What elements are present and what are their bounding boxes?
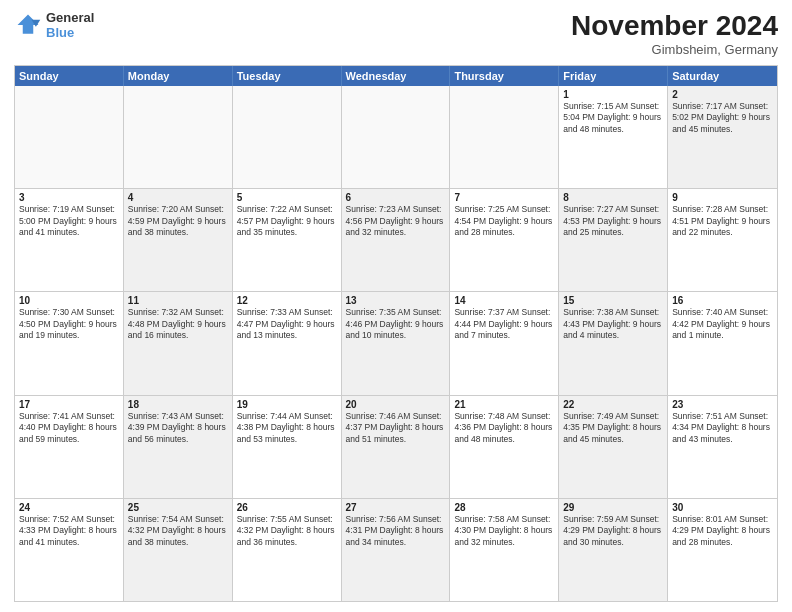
day-cell-9: 9Sunrise: 7:28 AM Sunset: 4:51 PM Daylig… bbox=[668, 189, 777, 291]
day-cell-16: 16Sunrise: 7:40 AM Sunset: 4:42 PM Dayli… bbox=[668, 292, 777, 394]
day-number: 20 bbox=[346, 399, 446, 410]
day-cell-17: 17Sunrise: 7:41 AM Sunset: 4:40 PM Dayli… bbox=[15, 396, 124, 498]
header-wednesday: Wednesday bbox=[342, 66, 451, 86]
day-number: 4 bbox=[128, 192, 228, 203]
empty-cell-r0c2 bbox=[233, 86, 342, 188]
logo-icon bbox=[14, 11, 42, 39]
logo-text: General Blue bbox=[46, 10, 94, 40]
calendar-row-5: 24Sunrise: 7:52 AM Sunset: 4:33 PM Dayli… bbox=[15, 498, 777, 601]
header-friday: Friday bbox=[559, 66, 668, 86]
day-info: Sunrise: 7:33 AM Sunset: 4:47 PM Dayligh… bbox=[237, 307, 337, 341]
day-info: Sunrise: 7:58 AM Sunset: 4:30 PM Dayligh… bbox=[454, 514, 554, 548]
day-cell-26: 26Sunrise: 7:55 AM Sunset: 4:32 PM Dayli… bbox=[233, 499, 342, 601]
calendar-body: 1Sunrise: 7:15 AM Sunset: 5:04 PM Daylig… bbox=[15, 86, 777, 601]
day-info: Sunrise: 7:30 AM Sunset: 4:50 PM Dayligh… bbox=[19, 307, 119, 341]
day-number: 7 bbox=[454, 192, 554, 203]
day-cell-8: 8Sunrise: 7:27 AM Sunset: 4:53 PM Daylig… bbox=[559, 189, 668, 291]
day-cell-12: 12Sunrise: 7:33 AM Sunset: 4:47 PM Dayli… bbox=[233, 292, 342, 394]
day-number: 17 bbox=[19, 399, 119, 410]
day-cell-18: 18Sunrise: 7:43 AM Sunset: 4:39 PM Dayli… bbox=[124, 396, 233, 498]
day-cell-19: 19Sunrise: 7:44 AM Sunset: 4:38 PM Dayli… bbox=[233, 396, 342, 498]
day-info: Sunrise: 7:32 AM Sunset: 4:48 PM Dayligh… bbox=[128, 307, 228, 341]
calendar-row-1: 1Sunrise: 7:15 AM Sunset: 5:04 PM Daylig… bbox=[15, 86, 777, 188]
day-number: 26 bbox=[237, 502, 337, 513]
day-info: Sunrise: 7:15 AM Sunset: 5:04 PM Dayligh… bbox=[563, 101, 663, 135]
day-number: 2 bbox=[672, 89, 773, 100]
day-number: 27 bbox=[346, 502, 446, 513]
calendar-row-4: 17Sunrise: 7:41 AM Sunset: 4:40 PM Dayli… bbox=[15, 395, 777, 498]
calendar-row-2: 3Sunrise: 7:19 AM Sunset: 5:00 PM Daylig… bbox=[15, 188, 777, 291]
day-info: Sunrise: 7:48 AM Sunset: 4:36 PM Dayligh… bbox=[454, 411, 554, 445]
day-number: 28 bbox=[454, 502, 554, 513]
day-cell-23: 23Sunrise: 7:51 AM Sunset: 4:34 PM Dayli… bbox=[668, 396, 777, 498]
empty-cell-r0c4 bbox=[450, 86, 559, 188]
header-monday: Monday bbox=[124, 66, 233, 86]
day-number: 5 bbox=[237, 192, 337, 203]
day-number: 6 bbox=[346, 192, 446, 203]
day-cell-13: 13Sunrise: 7:35 AM Sunset: 4:46 PM Dayli… bbox=[342, 292, 451, 394]
day-number: 15 bbox=[563, 295, 663, 306]
header-tuesday: Tuesday bbox=[233, 66, 342, 86]
logo: General Blue bbox=[14, 10, 94, 40]
empty-cell-r0c0 bbox=[15, 86, 124, 188]
day-info: Sunrise: 7:17 AM Sunset: 5:02 PM Dayligh… bbox=[672, 101, 773, 135]
day-info: Sunrise: 7:49 AM Sunset: 4:35 PM Dayligh… bbox=[563, 411, 663, 445]
day-cell-28: 28Sunrise: 7:58 AM Sunset: 4:30 PM Dayli… bbox=[450, 499, 559, 601]
day-number: 23 bbox=[672, 399, 773, 410]
day-number: 12 bbox=[237, 295, 337, 306]
day-info: Sunrise: 7:19 AM Sunset: 5:00 PM Dayligh… bbox=[19, 204, 119, 238]
day-info: Sunrise: 7:35 AM Sunset: 4:46 PM Dayligh… bbox=[346, 307, 446, 341]
day-cell-27: 27Sunrise: 7:56 AM Sunset: 4:31 PM Dayli… bbox=[342, 499, 451, 601]
title-block: November 2024 Gimbsheim, Germany bbox=[571, 10, 778, 57]
day-number: 30 bbox=[672, 502, 773, 513]
day-info: Sunrise: 7:51 AM Sunset: 4:34 PM Dayligh… bbox=[672, 411, 773, 445]
header-saturday: Saturday bbox=[668, 66, 777, 86]
day-info: Sunrise: 7:52 AM Sunset: 4:33 PM Dayligh… bbox=[19, 514, 119, 548]
header-sunday: Sunday bbox=[15, 66, 124, 86]
day-info: Sunrise: 7:55 AM Sunset: 4:32 PM Dayligh… bbox=[237, 514, 337, 548]
day-info: Sunrise: 7:27 AM Sunset: 4:53 PM Dayligh… bbox=[563, 204, 663, 238]
day-cell-5: 5Sunrise: 7:22 AM Sunset: 4:57 PM Daylig… bbox=[233, 189, 342, 291]
day-info: Sunrise: 7:43 AM Sunset: 4:39 PM Dayligh… bbox=[128, 411, 228, 445]
day-cell-11: 11Sunrise: 7:32 AM Sunset: 4:48 PM Dayli… bbox=[124, 292, 233, 394]
day-info: Sunrise: 7:56 AM Sunset: 4:31 PM Dayligh… bbox=[346, 514, 446, 548]
page: General Blue November 2024 Gimbsheim, Ge… bbox=[0, 0, 792, 612]
day-number: 24 bbox=[19, 502, 119, 513]
day-cell-30: 30Sunrise: 8:01 AM Sunset: 4:29 PM Dayli… bbox=[668, 499, 777, 601]
day-info: Sunrise: 7:40 AM Sunset: 4:42 PM Dayligh… bbox=[672, 307, 773, 341]
day-number: 9 bbox=[672, 192, 773, 203]
calendar: Sunday Monday Tuesday Wednesday Thursday… bbox=[14, 65, 778, 602]
day-number: 11 bbox=[128, 295, 228, 306]
day-info: Sunrise: 7:25 AM Sunset: 4:54 PM Dayligh… bbox=[454, 204, 554, 238]
day-info: Sunrise: 7:44 AM Sunset: 4:38 PM Dayligh… bbox=[237, 411, 337, 445]
day-cell-20: 20Sunrise: 7:46 AM Sunset: 4:37 PM Dayli… bbox=[342, 396, 451, 498]
day-cell-25: 25Sunrise: 7:54 AM Sunset: 4:32 PM Dayli… bbox=[124, 499, 233, 601]
day-cell-7: 7Sunrise: 7:25 AM Sunset: 4:54 PM Daylig… bbox=[450, 189, 559, 291]
day-cell-1: 1Sunrise: 7:15 AM Sunset: 5:04 PM Daylig… bbox=[559, 86, 668, 188]
day-number: 8 bbox=[563, 192, 663, 203]
day-number: 13 bbox=[346, 295, 446, 306]
location: Gimbsheim, Germany bbox=[571, 42, 778, 57]
day-number: 25 bbox=[128, 502, 228, 513]
day-number: 29 bbox=[563, 502, 663, 513]
day-number: 18 bbox=[128, 399, 228, 410]
day-number: 14 bbox=[454, 295, 554, 306]
day-number: 10 bbox=[19, 295, 119, 306]
empty-cell-r0c3 bbox=[342, 86, 451, 188]
day-info: Sunrise: 7:22 AM Sunset: 4:57 PM Dayligh… bbox=[237, 204, 337, 238]
day-cell-3: 3Sunrise: 7:19 AM Sunset: 5:00 PM Daylig… bbox=[15, 189, 124, 291]
calendar-header: Sunday Monday Tuesday Wednesday Thursday… bbox=[15, 66, 777, 86]
header-thursday: Thursday bbox=[450, 66, 559, 86]
day-info: Sunrise: 7:54 AM Sunset: 4:32 PM Dayligh… bbox=[128, 514, 228, 548]
day-cell-2: 2Sunrise: 7:17 AM Sunset: 5:02 PM Daylig… bbox=[668, 86, 777, 188]
day-number: 22 bbox=[563, 399, 663, 410]
day-number: 16 bbox=[672, 295, 773, 306]
day-cell-6: 6Sunrise: 7:23 AM Sunset: 4:56 PM Daylig… bbox=[342, 189, 451, 291]
day-info: Sunrise: 7:20 AM Sunset: 4:59 PM Dayligh… bbox=[128, 204, 228, 238]
day-cell-29: 29Sunrise: 7:59 AM Sunset: 4:29 PM Dayli… bbox=[559, 499, 668, 601]
day-info: Sunrise: 7:37 AM Sunset: 4:44 PM Dayligh… bbox=[454, 307, 554, 341]
day-number: 3 bbox=[19, 192, 119, 203]
day-cell-24: 24Sunrise: 7:52 AM Sunset: 4:33 PM Dayli… bbox=[15, 499, 124, 601]
day-info: Sunrise: 7:59 AM Sunset: 4:29 PM Dayligh… bbox=[563, 514, 663, 548]
day-number: 19 bbox=[237, 399, 337, 410]
